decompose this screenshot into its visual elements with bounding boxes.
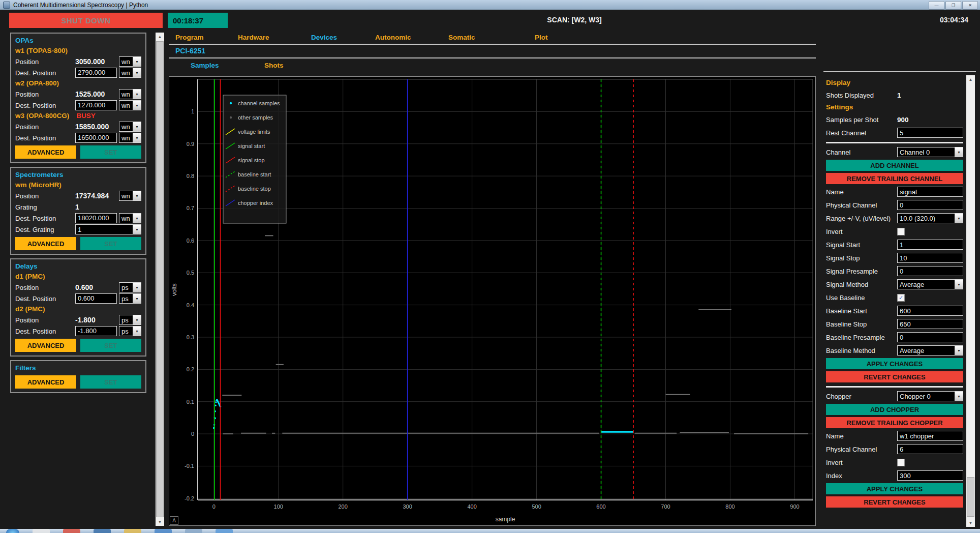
menu-item-devices[interactable]: Devices [311, 34, 337, 41]
dest-position-input[interactable] [75, 100, 117, 110]
menu-item-program[interactable]: Program [175, 34, 204, 41]
signal-presample-input[interactable] [897, 266, 963, 276]
apply-changes-button[interactable]: APPLY CHANGES [826, 483, 963, 494]
name-input[interactable] [897, 187, 963, 197]
menu-item-plot[interactable]: Plot [535, 34, 548, 41]
physical-channel-input[interactable] [897, 444, 963, 454]
baseline-stop-input[interactable] [897, 319, 963, 329]
chevron-down-icon[interactable]: ▼ [955, 280, 963, 289]
scroll-up-icon[interactable]: ▲ [966, 75, 975, 83]
units-select[interactable]: wn▼ [119, 100, 141, 110]
left-scrollbar[interactable]: ▲ ▼ [156, 33, 164, 526]
units-select-value: wn [119, 123, 133, 131]
remove-trailing-chopper-button[interactable]: REMOVE TRAILING CHOPPER [826, 417, 963, 428]
scroll-down-icon[interactable]: ▼ [966, 519, 975, 527]
dest-position-input[interactable] [75, 326, 117, 336]
chevron-down-icon[interactable]: ▼ [133, 283, 141, 292]
units-select[interactable]: ps▼ [119, 315, 141, 325]
name-input[interactable] [897, 431, 963, 441]
invert-checkbox[interactable] [897, 228, 905, 235]
rest-channel-input[interactable] [897, 128, 963, 138]
advanced-button[interactable]: ADVANCED [15, 237, 76, 250]
samples-plot[interactable]: 0100200300400500600700800900-0.2-0.100.1… [169, 76, 816, 526]
units-select[interactable]: ps▼ [119, 282, 141, 292]
units-select[interactable]: wn▼ [119, 89, 141, 99]
tab-shots[interactable]: Shots [264, 62, 284, 69]
channel-select[interactable]: Channel 0▼ [897, 147, 963, 157]
minimize-button[interactable]: — [929, 1, 944, 10]
tab-samples[interactable]: Samples [191, 62, 219, 69]
advanced-button[interactable]: ADVANCED [15, 375, 76, 389]
set-button[interactable]: SET [80, 375, 141, 389]
units-select[interactable]: ps▼ [119, 293, 141, 304]
close-button[interactable]: ✕ [962, 1, 978, 10]
physical-channel-input[interactable] [897, 200, 963, 210]
chevron-down-icon[interactable]: ▼ [133, 191, 141, 200]
chevron-down-icon[interactable]: ▼ [955, 147, 963, 157]
taskbar-app-icon[interactable] [94, 529, 111, 533]
dest-position-input[interactable] [75, 133, 117, 143]
chopper-select[interactable]: Chopper 0▼ [897, 391, 963, 401]
restore-button[interactable]: ❐ [945, 1, 961, 10]
chevron-down-icon[interactable]: ▼ [955, 346, 963, 355]
remove-trailing-channel-button[interactable]: REMOVE TRAILING CHANNEL [826, 173, 963, 184]
baseline-presample-input[interactable] [897, 332, 963, 342]
invert-checkbox[interactable] [897, 459, 905, 466]
advanced-button[interactable]: ADVANCED [15, 145, 76, 159]
chevron-down-icon[interactable]: ▼ [133, 327, 141, 336]
taskbar-app-icon[interactable] [185, 529, 202, 533]
revert-changes-button[interactable]: REVERT CHANGES [826, 371, 963, 382]
chevron-down-icon[interactable]: ▼ [133, 294, 141, 303]
range-v-uv-level-select[interactable]: 10.0 (320.0)▼ [897, 213, 963, 223]
taskbar[interactable] [0, 529, 980, 533]
apply-changes-button[interactable]: APPLY CHANGES [826, 358, 963, 369]
plot-canvas[interactable]: 0100200300400500600700800900-0.2-0.100.1… [169, 77, 815, 525]
taskbar-app-icon[interactable] [33, 529, 50, 533]
right-scrollbar[interactable]: ▲ ▼ [966, 75, 975, 527]
taskbar-app-icon[interactable] [155, 529, 172, 533]
index-input[interactable] [897, 470, 963, 481]
signal-start-input[interactable] [897, 240, 963, 250]
signal-stop-input[interactable] [897, 253, 963, 263]
set-button[interactable]: SET [80, 339, 141, 352]
taskbar-app-icon[interactable] [63, 529, 80, 533]
chevron-down-icon[interactable]: ▼ [133, 315, 141, 324]
advanced-button[interactable]: ADVANCED [15, 339, 76, 352]
chevron-down-icon[interactable]: ▼ [133, 122, 141, 131]
units-select[interactable]: wn▼ [119, 122, 141, 132]
scrollbar-thumb[interactable] [967, 477, 974, 517]
chevron-down-icon[interactable]: ▼ [955, 214, 963, 223]
units-select[interactable]: wn▼ [119, 213, 141, 223]
taskbar-app-icon[interactable] [216, 529, 233, 533]
set-button[interactable]: SET [80, 237, 141, 250]
shut-down-button[interactable]: SHUT DOWN [9, 13, 163, 28]
menu-item-autonomic[interactable]: Autonomic [375, 34, 411, 41]
baseline-start-input[interactable] [897, 306, 963, 316]
units-select[interactable]: wn▼ [119, 191, 141, 201]
chevron-down-icon[interactable]: ▼ [133, 133, 141, 142]
scroll-down-icon[interactable]: ▼ [156, 518, 164, 526]
set-button[interactable]: SET [80, 145, 141, 159]
auto-range-button[interactable]: A [170, 516, 178, 525]
dest-position-input[interactable] [75, 213, 117, 223]
taskbar-app-icon[interactable] [124, 529, 141, 533]
units-select[interactable]: wn▼ [119, 133, 141, 143]
use-baseline-checkbox[interactable]: ✓ [897, 294, 905, 302]
signal-method-select[interactable]: Average▼ [897, 279, 963, 289]
chevron-down-icon[interactable]: ▼ [133, 214, 141, 223]
menu-item-somatic[interactable]: Somatic [448, 34, 475, 41]
revert-changes-button[interactable]: REVERT CHANGES [826, 496, 963, 508]
start-orb-icon[interactable] [6, 529, 19, 533]
chevron-down-icon[interactable]: ▼ [133, 225, 141, 234]
add-channel-button[interactable]: ADD CHANNEL [826, 160, 963, 171]
dest-position-input[interactable] [75, 293, 117, 304]
dest-grating-select[interactable]: 1▼ [75, 224, 141, 234]
scrollbar-thumb[interactable] [156, 41, 164, 517]
chevron-down-icon[interactable]: ▼ [133, 90, 141, 99]
units-select[interactable]: ps▼ [119, 326, 141, 336]
baseline-method-select[interactable]: Average▼ [897, 345, 963, 356]
menu-item-hardware[interactable]: Hardware [238, 34, 269, 41]
add-chopper-button[interactable]: ADD CHOPPER [826, 404, 963, 415]
chevron-down-icon[interactable]: ▼ [955, 392, 963, 401]
chevron-down-icon[interactable]: ▼ [133, 101, 141, 110]
